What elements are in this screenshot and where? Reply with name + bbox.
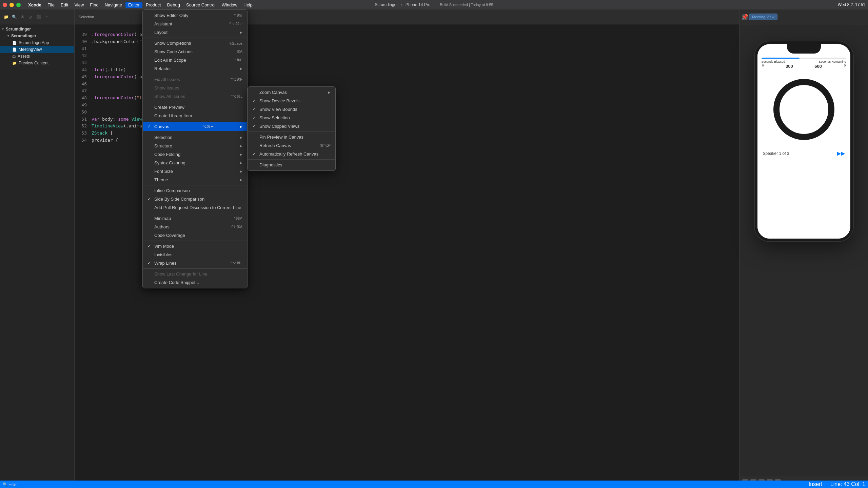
preview-toolbar: 📌 Meeting View — [739, 9, 868, 24]
shortcut-label: ⌥⌘↩ — [196, 124, 214, 129]
menu-syntax-coloring[interactable]: Syntax Coloring ▶ — [143, 159, 247, 167]
close-button[interactable] — [3, 3, 7, 7]
menu-create-preview[interactable]: Create Preview — [143, 103, 247, 111]
shortcut-label: ^⌘M — [227, 216, 242, 221]
menu-item-label: Authors — [154, 224, 170, 229]
separator — [143, 121, 247, 121]
phone-content: Seconds Elapsed Seconds Remaining ✕ 300 … — [757, 54, 850, 239]
sidebar-icon-warning[interactable]: ⚠ — [19, 14, 26, 20]
separator — [143, 38, 247, 38]
menu-refactor[interactable]: Refactor ▶ — [143, 64, 247, 73]
sidebar-subgroup-scrumdinger[interactable]: ▼ Scrumdinger — [0, 33, 74, 39]
menu-show-code-actions[interactable]: Show Code Actions ⌘A — [143, 47, 247, 56]
separator — [248, 131, 335, 132]
menu-canvas[interactable]: ✓ Canvas ⌥⌘↩ ▶ — [143, 122, 247, 131]
canvas-menu-view-bounds[interactable]: ✓ Show View Bounds — [248, 105, 335, 114]
menu-code-coverage[interactable]: Code Coverage — [143, 231, 247, 240]
sidebar-item-label: Assets — [18, 54, 30, 59]
menu-selection[interactable]: Selection ▶ — [143, 133, 247, 142]
window-menu[interactable]: Window — [219, 2, 240, 8]
help-menu[interactable]: Help — [241, 2, 255, 8]
product-menu[interactable]: Product — [143, 2, 164, 8]
menu-side-by-side[interactable]: ✓ Side By Side Comparison — [143, 195, 247, 203]
submenu-arrow-icon: ▶ — [240, 30, 242, 34]
sidebar-subgroup-label: Scrumdinger — [11, 34, 36, 38]
menu-item-label: Show All Issues — [154, 94, 185, 99]
canvas-menu-auto-refresh[interactable]: ✓ Automatically Refresh Canvas — [248, 150, 335, 158]
menu-fix-all-issues: Fix All Issues ^⌥⌘F — [143, 75, 247, 84]
sidebar-item-preview-content[interactable]: 📁 Preview Content — [0, 60, 74, 66]
menu-wrap-lines[interactable]: ✓ Wrap Lines ^⌥⌘L — [143, 259, 247, 267]
menu-create-code-snippet[interactable]: Create Code Snippet... — [143, 278, 247, 287]
play-button[interactable]: ▶▶ — [837, 150, 845, 157]
insert-mode: Insert — [809, 481, 822, 487]
app-menu[interactable]: Xcode — [25, 2, 44, 8]
preview-pin-icon[interactable]: 📌 — [742, 14, 748, 20]
menu-structure[interactable]: Structure ▶ — [143, 142, 247, 150]
speaker-text: Speaker 1 of 3 — [763, 151, 789, 156]
menu-create-library-item[interactable]: Create Library Item — [143, 111, 247, 120]
phone-progress-bar — [762, 58, 846, 59]
remaining-value: 600 — [814, 64, 822, 69]
menu-invisibles[interactable]: Invisibles — [143, 250, 247, 259]
menu-font-size[interactable]: Font Size ▶ — [143, 167, 247, 176]
sidebar-icon-debug[interactable]: ⬛ — [35, 14, 42, 20]
preview-badge[interactable]: Meeting View — [749, 14, 777, 20]
canvas-menu-show-selection[interactable]: ✓ Show Selection — [248, 114, 335, 122]
traffic-lights — [3, 3, 21, 7]
minimize-button[interactable] — [9, 3, 14, 7]
file-icon: 📄 — [12, 41, 17, 45]
branch-filter[interactable]: 🔍 Filter — [3, 482, 17, 487]
debug-menu[interactable]: Debug — [164, 2, 183, 8]
sidebar-group-scrumdinger[interactable]: ▼ Scrumdinger — [0, 26, 74, 33]
source-control-menu[interactable]: Source Control — [183, 2, 218, 8]
menu-add-pull-request[interactable]: Add Pull Request Discussion to Current L… — [143, 203, 247, 212]
menu-vim-mode[interactable]: ✓ Vim Mode — [143, 242, 247, 250]
check-icon: ✓ — [147, 261, 152, 265]
menu-edit-all-in-scope[interactable]: Edit All in Scope ^⌘E — [143, 56, 247, 64]
canvas-menu-diagnostics[interactable]: Diagnostics — [248, 161, 335, 169]
elapsed-value: 300 — [786, 64, 793, 69]
separator — [143, 213, 247, 213]
menu-theme[interactable]: Theme ▶ — [143, 176, 247, 184]
file-menu[interactable]: File — [45, 2, 57, 8]
canvas-menu-device-bezels[interactable]: ✓ Show Device Bezels — [248, 97, 335, 105]
menu-code-folding[interactable]: Code Folding ▶ — [143, 150, 247, 159]
menu-minimap[interactable]: Minimap ^⌘M — [143, 214, 247, 223]
sidebar-item-assets[interactable]: 🗂 Assets — [0, 53, 74, 60]
menu-item-label: Show Device Bezels — [259, 98, 300, 103]
menu-item-label: Show Issues — [154, 85, 179, 90]
canvas-menu-clipped-views[interactable]: ✓ Show Clipped Views — [248, 122, 335, 130]
menu-authors[interactable]: Authors ^⇧⌘A — [143, 223, 247, 231]
menu-item-label: Create Library Item — [154, 113, 192, 118]
view-menu[interactable]: View — [72, 2, 86, 8]
sidebar-item-meetingview[interactable]: 📄 MeetingView — [0, 46, 74, 53]
line-col: Line: 43 Col: 1 — [830, 481, 865, 487]
menu-item-label: Vim Mode — [154, 244, 174, 249]
shortcut-label: ⌘⌥P — [313, 143, 331, 148]
sidebar-icon-source[interactable]: ↑ — [43, 14, 50, 20]
sidebar-icon-test[interactable]: ◇ — [27, 14, 34, 20]
menu-assistant[interactable]: Assistant ^⌥⌘↩ — [143, 20, 247, 28]
menu-item-label: Automatically Refresh Canvas — [259, 151, 318, 157]
shortcut-label: ^⇧⌘A — [225, 225, 243, 229]
sidebar-item-scrumdingerapp[interactable]: 📄 ScrumdingerApp — [0, 39, 74, 46]
menu-layout[interactable]: Layout ▶ — [143, 28, 247, 37]
menu-inline-comparison[interactable]: Inline Comparison — [143, 186, 247, 195]
editor-menu[interactable]: Editor — [125, 2, 142, 8]
canvas-menu-refresh[interactable]: Refresh Canvas ⌘⌥P — [248, 141, 335, 150]
menu-item-label: Show Editor Only — [154, 13, 188, 18]
sidebar-icon-folder[interactable]: 📁 — [3, 14, 9, 20]
menu-show-editor-only[interactable]: Show Editor Only ⌃⌘⎋ — [143, 11, 247, 20]
maximize-button[interactable] — [16, 3, 21, 7]
navigate-menu[interactable]: Navigate — [102, 2, 125, 8]
editor-dropdown-menu: Show Editor Only ⌃⌘⎋ Assistant ^⌥⌘↩ Layo… — [142, 9, 248, 288]
find-menu[interactable]: Find — [87, 2, 101, 8]
edit-menu[interactable]: Edit — [58, 2, 71, 8]
editor-path: Selection — [79, 15, 94, 19]
menu-show-completions[interactable]: Show Completions ⎋Space — [143, 39, 247, 47]
sidebar-icon-search[interactable]: 🔍 — [11, 14, 18, 20]
canvas-menu-zoom[interactable]: Zoom Canvas ▶ — [248, 88, 335, 97]
menu-item-label: Syntax Coloring — [154, 160, 185, 165]
canvas-menu-pin-preview[interactable]: Pin Preview in Canvas — [248, 133, 335, 141]
